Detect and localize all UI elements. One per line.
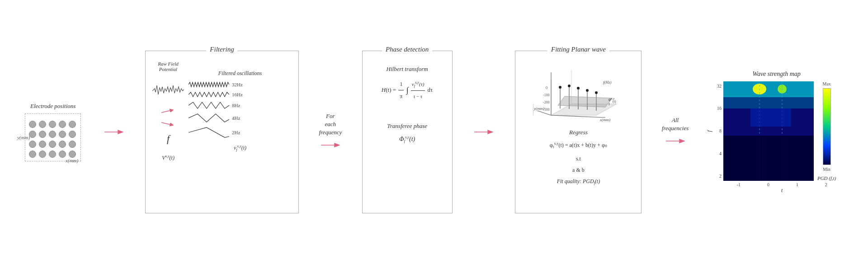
electrode-dot: [39, 131, 46, 138]
wave-y-32: 32: [717, 84, 722, 89]
wave-heatmap: [723, 81, 814, 181]
svg-point-26: [577, 87, 580, 90]
wave-x-axis: -1 0 1 2: [737, 182, 827, 187]
colorbar-bar: [823, 88, 831, 165]
arrow-raw-down: [161, 118, 175, 127]
freq-row-32: 32Hz: [189, 81, 245, 88]
fitting-st: s.t: [576, 156, 581, 162]
arrow-filtering-to-phase: [319, 138, 342, 152]
electrode-dot: [59, 121, 66, 128]
phase-inner: Hilbert transform H(t) = 1 π ∫ vfx,y(τ) …: [369, 66, 445, 143]
pgd-label: PGD (f,t): [817, 175, 836, 181]
svg-marker-35: [558, 96, 612, 107]
electrode-y-axis: y(mm): [17, 135, 30, 140]
all-freq-label: All frequencies: [662, 116, 689, 132]
svg-text:-200: -200: [543, 100, 550, 104]
for-each-section: For each frequency: [319, 112, 342, 152]
freq-row-4: 4Hz: [189, 113, 245, 123]
arrow-phase-to-fitting: [472, 125, 495, 139]
phase-detection-title: Phase detection: [382, 46, 432, 53]
fitting-equation: φfx,y(t) = a(t)x + b(t)y + φ₀: [550, 141, 607, 151]
svg-rect-49: [723, 136, 814, 181]
electrode-label: Electrode positions: [30, 103, 75, 110]
freq-32-label: 32Hz: [232, 82, 245, 87]
colorbar-min: Min: [823, 167, 830, 172]
hilbert-formula: H(t) = 1 π ∫ vfx,y(τ) t − τ dτ: [382, 78, 433, 103]
raw-signal-svg: [152, 79, 184, 104]
arrow-fitting-to-wave: [664, 134, 687, 148]
freq-8-label: 8Hz: [232, 103, 245, 108]
electrode-dot: [39, 141, 46, 148]
phase-section: Phase detection Hilbert transform H(t) =…: [362, 51, 453, 213]
electrode-dot: [49, 121, 56, 128]
svg-rect-48: [750, 108, 791, 127]
svg-line-16: [551, 115, 605, 118]
colorbar: Max Min PGD (f,t): [817, 81, 836, 181]
svg-text:f: f: [609, 102, 610, 106]
filtering-title: Filtering: [206, 46, 237, 53]
filtered-col: Filtered oscillations 32Hz 16Hz: [189, 70, 292, 152]
electrode-grid-box: y(mm): [25, 113, 81, 161]
freq-16-label: 16Hz: [232, 92, 245, 97]
electrode-x-axis: x(mm): [66, 158, 78, 163]
wave-x-0: 0: [767, 182, 769, 187]
electrode-section: Electrode positions y(mm): [24, 103, 82, 161]
wave-y-8: 8: [719, 128, 722, 133]
svg-text:x(mm): x(mm): [599, 118, 610, 122]
wave-title: Wave strength map: [753, 71, 801, 78]
wave-section: Wave strength map f 32 16 8 4 2: [709, 71, 844, 194]
svg-line-1: [161, 110, 173, 113]
wave-2hz: [189, 127, 229, 138]
svg-point-28: [586, 89, 589, 92]
svg-text:-300: -300: [543, 108, 550, 112]
filtering-section: Filtering Raw Field Potential: [145, 51, 299, 213]
wave-8hz: [189, 101, 229, 109]
electrode-dot: [69, 121, 76, 128]
wave-x-2: 2: [825, 182, 827, 187]
wave-x-neg1: -1: [737, 182, 741, 187]
wave-x-1: 1: [796, 182, 798, 187]
electrode-dot: [49, 141, 56, 148]
svg-text:f(Hz): f(Hz): [603, 80, 612, 85]
filtering-inner: Raw Field Potential: [152, 61, 292, 161]
fitting-ab: a & b: [572, 167, 585, 174]
svg-rect-45: [723, 97, 814, 108]
hilbert-title: Hilbert transform: [387, 66, 428, 73]
electrode-dot: [39, 121, 46, 128]
electrode-dot: [69, 141, 76, 148]
arrow-raw-up: [161, 108, 175, 117]
f-symbol: f: [167, 133, 170, 145]
svg-point-30: [568, 85, 571, 87]
fitting-section: Fitting Planar wave: [515, 51, 642, 213]
wave-y-axis: f 32 16 8 4 2: [717, 81, 722, 181]
wave-4hz: [189, 113, 229, 123]
regress-label: Regress: [569, 129, 588, 136]
raw-signal-label: Raw Field Potential: [158, 61, 179, 72]
electrode-dot: [29, 151, 36, 158]
fitting-title: Fitting Planar wave: [547, 46, 609, 53]
svg-point-32: [595, 91, 598, 94]
wave-t-label: t: [781, 187, 783, 194]
vf-xy-label: vfx,y(t): [189, 144, 292, 152]
freq-4-label: 4Hz: [232, 115, 245, 121]
wave-map-container: f 32 16 8 4 2: [717, 81, 836, 181]
electrode-dot: [69, 131, 76, 138]
phi-label: Φfx,y(t): [399, 135, 415, 143]
svg-text:0: 0: [546, 86, 547, 90]
transferee-phase-title: Transferee phase: [387, 123, 427, 130]
filtered-title: Filtered oscillations: [189, 70, 292, 77]
wave-y-16: 16: [717, 106, 722, 111]
electrode-dot: [29, 121, 36, 128]
v-xy-label: Vx,y(t): [162, 154, 175, 161]
electrode-dot: [29, 131, 36, 138]
colorbar-max: Max: [823, 81, 831, 86]
wave-32hz: [189, 81, 229, 88]
wave-f-label: f: [706, 130, 713, 132]
arrow-electrode-to-filtering: [103, 125, 125, 139]
electrode-dot: [49, 131, 56, 138]
freq-row-2: 2Hz: [189, 127, 245, 138]
freq-row-8: 8Hz: [189, 101, 245, 109]
electrode-dot: [69, 151, 76, 158]
3d-plot: x(mm) y(mm) f(Hz) 0 -100 -200 -300: [533, 61, 623, 124]
freq-row-16: 16Hz: [189, 91, 245, 98]
